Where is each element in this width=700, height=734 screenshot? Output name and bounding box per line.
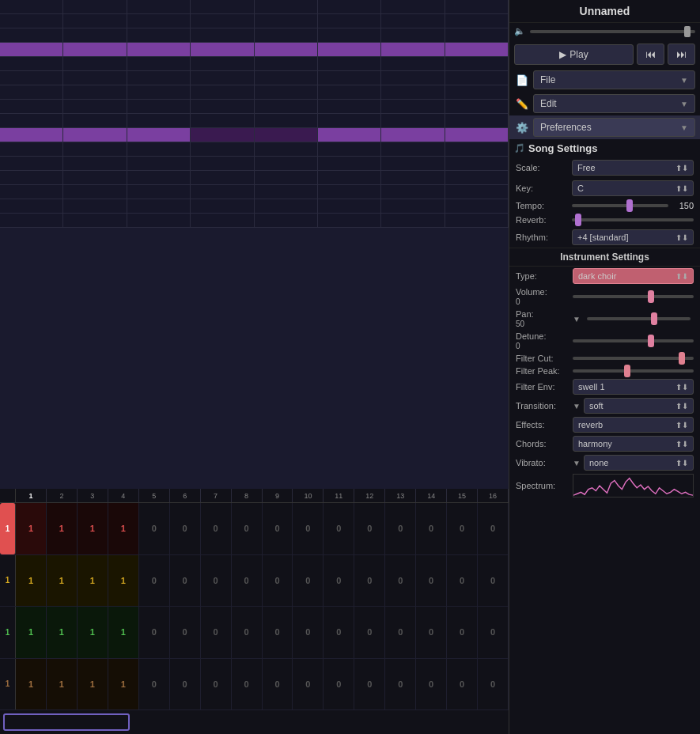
grid-cell[interactable] <box>127 128 191 142</box>
roll-cell[interactable]: 0 <box>263 607 293 658</box>
grid-cell[interactable] <box>445 171 509 184</box>
grid-cell[interactable] <box>381 128 445 142</box>
grid-cell[interactable] <box>255 214 318 227</box>
roll-cell[interactable]: 1 <box>16 659 47 710</box>
grid-cell[interactable] <box>191 0 254 13</box>
grid-cell[interactable] <box>381 185 445 199</box>
roll-cell[interactable]: 1 <box>16 555 47 607</box>
type-select[interactable]: dark choir ⬆⬇ <box>573 268 694 284</box>
roll-cell[interactable]: 0 <box>447 607 478 658</box>
roll-cell[interactable]: 0 <box>232 555 263 607</box>
grid-cell[interactable] <box>445 214 509 227</box>
grid-cell[interactable] <box>445 71 509 85</box>
grid-cell[interactable] <box>127 71 191 85</box>
roll-cell[interactable]: 0 <box>385 607 416 658</box>
grid-cell[interactable] <box>445 0 509 13</box>
pattern-input[interactable] <box>3 713 130 731</box>
grid-cell[interactable] <box>127 214 191 227</box>
grid-cell[interactable] <box>255 100 318 113</box>
roll-cell[interactable]: 1 <box>47 659 78 710</box>
grid-cell[interactable] <box>63 57 127 70</box>
volume-inst-slider[interactable] <box>573 295 694 298</box>
roll-cell[interactable]: 0 <box>201 659 232 710</box>
roll-cell[interactable]: 0 <box>201 607 232 658</box>
grid-cell[interactable] <box>127 14 191 28</box>
chords-select[interactable]: harmony ⬆⬇ <box>573 436 694 452</box>
grid-cell[interactable] <box>381 57 445 70</box>
grid-cell[interactable] <box>63 71 127 85</box>
grid-cell[interactable] <box>318 128 381 142</box>
grid-cell[interactable] <box>318 214 381 227</box>
grid-cell[interactable] <box>0 142 63 156</box>
grid-cell[interactable] <box>255 71 318 85</box>
roll-cell[interactable]: 0 <box>293 659 324 710</box>
grid-cell[interactable] <box>63 14 127 28</box>
grid-cell[interactable] <box>255 14 318 28</box>
grid-cell[interactable] <box>255 157 318 170</box>
roll-cell[interactable]: 0 <box>232 659 263 710</box>
grid-cell[interactable] <box>191 14 254 28</box>
grid-cell[interactable] <box>255 57 318 70</box>
roll-cell[interactable]: 0 <box>324 607 354 658</box>
grid-cell[interactable] <box>63 28 127 42</box>
grid-cell[interactable] <box>63 199 127 213</box>
file-menu[interactable]: File ▼ <box>533 70 695 89</box>
grid-cell[interactable] <box>191 57 254 70</box>
filtercut-slider[interactable] <box>573 357 694 360</box>
grid-cell[interactable] <box>0 71 63 85</box>
preferences-menu[interactable]: Preferences ▼ <box>533 118 695 137</box>
roll-cell[interactable]: 0 <box>478 503 509 554</box>
grid-cell[interactable] <box>381 14 445 28</box>
grid-cell[interactable] <box>0 214 63 227</box>
roll-cell[interactable]: 0 <box>478 659 509 710</box>
key-select[interactable]: C ⬆⬇ <box>572 180 694 196</box>
roll-cell[interactable]: 0 <box>354 607 385 658</box>
roll-cell[interactable]: 0 <box>447 659 478 710</box>
grid-cell[interactable] <box>191 128 254 142</box>
master-volume-slider[interactable] <box>530 30 695 33</box>
grid-cell[interactable] <box>127 142 191 156</box>
grid-cell[interactable] <box>381 142 445 156</box>
grid-cell[interactable] <box>63 171 127 184</box>
grid-cell[interactable] <box>381 199 445 213</box>
roll-cell[interactable]: 1 <box>108 607 139 658</box>
roll-cell[interactable]: 0 <box>139 555 170 607</box>
roll-cell[interactable]: 0 <box>354 659 385 710</box>
grid-cell[interactable] <box>318 185 381 199</box>
roll-cell[interactable]: 1 <box>16 607 47 658</box>
roll-cell[interactable]: 1 <box>78 659 108 710</box>
grid-cell[interactable] <box>127 114 191 127</box>
grid-cell[interactable] <box>445 199 509 213</box>
roll-cell[interactable]: 0 <box>478 555 509 607</box>
grid-cell[interactable] <box>445 85 509 99</box>
grid-cell[interactable] <box>445 100 509 113</box>
grid-cell[interactable] <box>191 214 254 227</box>
roll-cell[interactable]: 0 <box>139 659 170 710</box>
roll-cell[interactable]: 0 <box>170 555 201 607</box>
vibrato-select[interactable]: none ⬆⬇ <box>584 455 694 471</box>
rewind-button[interactable]: ⏮ <box>637 44 664 65</box>
grid-cell[interactable] <box>0 43 63 56</box>
grid-cell[interactable] <box>255 85 318 99</box>
roll-cell[interactable]: 0 <box>447 503 478 554</box>
grid-cell[interactable] <box>191 185 254 199</box>
grid-cell[interactable] <box>0 171 63 184</box>
grid-cell[interactable] <box>445 14 509 28</box>
roll-cell[interactable]: 0 <box>139 607 170 658</box>
grid-cell[interactable] <box>127 157 191 170</box>
grid-cell[interactable] <box>381 214 445 227</box>
grid-cell[interactable] <box>445 28 509 42</box>
grid-cell[interactable] <box>0 128 63 142</box>
pan-slider[interactable] <box>587 317 691 320</box>
roll-cell[interactable]: 1 <box>16 503 47 554</box>
grid-cell[interactable] <box>318 100 381 113</box>
grid-cell[interactable] <box>63 114 127 127</box>
grid-cell[interactable] <box>255 0 318 13</box>
edit-menu[interactable]: Edit ▼ <box>533 94 695 113</box>
grid-cell[interactable] <box>0 0 63 13</box>
grid-cell[interactable] <box>0 85 63 99</box>
grid-cell[interactable] <box>0 157 63 170</box>
reverb-slider[interactable] <box>572 218 694 221</box>
grid-cell[interactable] <box>255 171 318 184</box>
roll-cell[interactable]: 0 <box>201 503 232 554</box>
